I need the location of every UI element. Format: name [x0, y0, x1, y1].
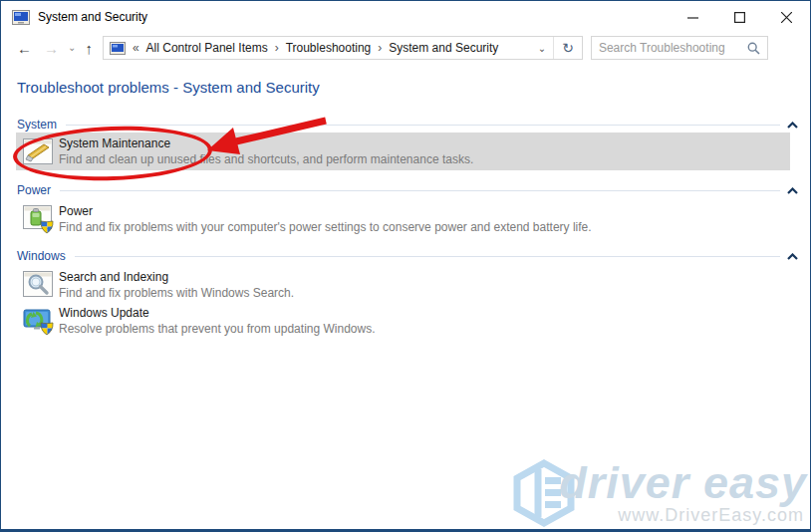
search-input[interactable] — [592, 41, 745, 55]
chevron-up-icon[interactable] — [787, 253, 798, 260]
chevron-up-icon[interactable] — [787, 122, 798, 129]
section-label: Windows — [17, 249, 66, 263]
control-panel-window: System and Security ← → ⌄ ↑ « All Co — [0, 0, 811, 532]
title-bar: System and Security — [1, 1, 810, 33]
chevron-up-icon[interactable] — [787, 187, 798, 194]
item-description: Resolve problems that prevent you from u… — [59, 322, 376, 336]
section-header-system: System — [17, 118, 798, 132]
troubleshoot-item-windows-update[interactable]: Windows Update Resolve problems that pre… — [16, 302, 790, 340]
recent-pages-dropdown[interactable]: ⌄ — [65, 41, 79, 55]
search-box[interactable] — [591, 36, 768, 60]
close-icon — [781, 12, 792, 23]
navigation-toolbar: ← → ⌄ ↑ « All Control Panel Items › Trou… — [1, 33, 810, 63]
up-button[interactable]: ↑ — [79, 39, 99, 58]
forward-button: → — [38, 39, 65, 58]
address-dropdown-chevron[interactable]: ⌄ — [531, 43, 553, 54]
page-title: Troubleshoot problems - System and Secur… — [17, 79, 320, 96]
address-bar[interactable]: « All Control Panel Items › Troubleshoot… — [103, 36, 583, 60]
maximize-button[interactable] — [716, 1, 763, 33]
power-icon — [22, 203, 54, 235]
close-button[interactable] — [763, 1, 810, 33]
app-icon — [12, 10, 30, 25]
section-divider — [60, 190, 780, 191]
item-title: Windows Update — [59, 306, 149, 320]
item-title: Search and Indexing — [59, 270, 168, 284]
window-controls — [670, 1, 810, 33]
item-title: Power — [59, 204, 93, 218]
section-divider — [75, 256, 780, 257]
watermark-brand: driver easy — [559, 457, 807, 509]
item-description: Find and fix problems with your computer… — [59, 220, 592, 234]
troubleshoot-item-search-and-indexing[interactable]: Search and Indexing Find and fix problem… — [16, 266, 790, 304]
back-button[interactable]: ← — [11, 39, 38, 58]
item-description: Find and clean up unused files and short… — [59, 152, 473, 166]
troubleshoot-item-system-maintenance[interactable]: System Maintenance Find and clean up unu… — [16, 133, 790, 170]
refresh-button[interactable]: ↻ — [554, 40, 582, 56]
troubleshoot-item-power[interactable]: Power Find and fix problems with your co… — [16, 200, 790, 238]
section-label: Power — [17, 183, 51, 197]
breadcrumb-system-and-security[interactable]: System and Security — [384, 41, 503, 55]
minimize-icon — [687, 12, 698, 23]
section-header-power: Power — [17, 183, 798, 197]
address-bar-right: ⌄ ↻ — [531, 37, 582, 59]
section-label: System — [17, 118, 57, 132]
item-title: System Maintenance — [59, 136, 170, 150]
breadcrumb-separator[interactable]: › — [376, 41, 384, 55]
breadcrumb-all-control-panel-items[interactable]: All Control Panel Items — [141, 41, 273, 55]
breadcrumb-separator[interactable]: › — [273, 41, 281, 55]
breadcrumb-troubleshooting[interactable]: Troubleshooting — [281, 41, 377, 55]
maximize-icon — [734, 12, 745, 23]
section-divider — [66, 125, 780, 126]
window-title: System and Security — [38, 10, 147, 24]
address-location-icon — [110, 42, 126, 55]
watermark-url: www.DriverEasy.com — [618, 505, 804, 526]
breadcrumb-overflow-chevron[interactable]: « — [131, 41, 141, 55]
item-description: Find and fix problems with Windows Searc… — [59, 286, 294, 300]
search-and-indexing-icon — [22, 269, 54, 301]
search-icon[interactable] — [747, 42, 760, 55]
minimize-button[interactable] — [670, 1, 716, 33]
system-maintenance-icon — [22, 135, 54, 167]
windows-update-icon — [22, 305, 54, 337]
section-header-windows: Windows — [17, 249, 798, 263]
